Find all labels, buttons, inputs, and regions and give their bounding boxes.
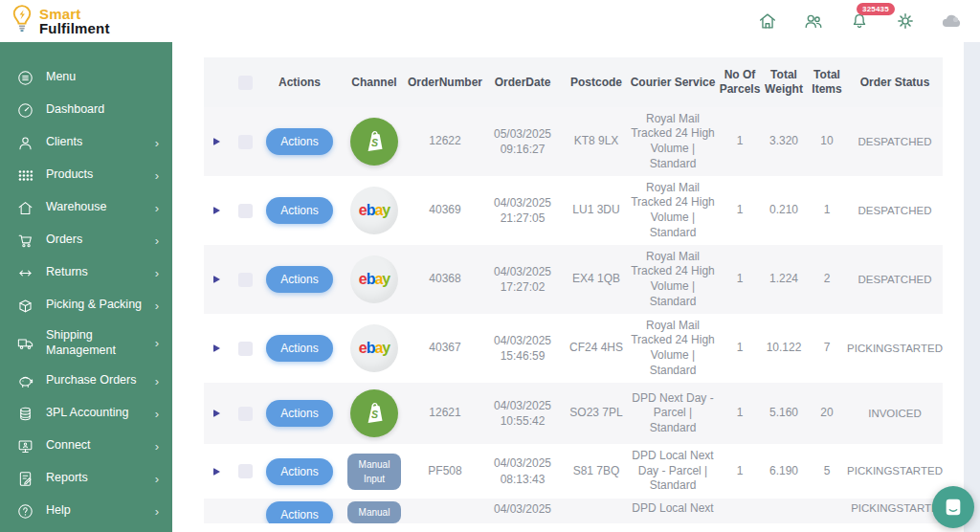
sidebar-item-warehouse[interactable]: Warehouse xyxy=(0,191,172,224)
help-question-icon xyxy=(15,501,34,521)
expand-row-icon[interactable] xyxy=(213,468,220,476)
column-header-order-status: Order Status xyxy=(847,76,943,90)
sidebar-item-label: Menu xyxy=(46,70,159,85)
page-scrollbar[interactable] xyxy=(964,42,980,532)
courier-service: Royal Mail Tracked 24 High Volume | Stan… xyxy=(629,319,717,378)
sidebar-item-mail-order[interactable]: Mail Order xyxy=(0,527,172,532)
sidebar-item-orders[interactable]: Orders xyxy=(0,224,172,256)
purchase-piggy-icon xyxy=(15,371,34,390)
total-weight: 1.224 xyxy=(769,272,798,287)
notification-count-badge: 325435 xyxy=(857,3,895,15)
total-items: 5 xyxy=(824,464,831,479)
sidebar-item-label: Connect xyxy=(46,438,144,454)
picking-box-icon xyxy=(15,296,34,315)
expand-row-icon[interactable] xyxy=(213,207,220,214)
chevron-right-icon xyxy=(155,337,159,349)
clients-person-icon xyxy=(15,133,34,152)
actions-button[interactable]: Actions xyxy=(266,197,332,224)
sidebar-item-returns[interactable]: Returns xyxy=(0,256,172,289)
no-of-parcels: 1 xyxy=(737,464,744,479)
actions-button[interactable]: Actions xyxy=(266,501,332,523)
sidebar-item-label: Orders xyxy=(46,233,144,248)
accounting-coins-icon xyxy=(15,404,34,423)
sidebar-item-clients[interactable]: Clients xyxy=(0,126,172,159)
lightbulb-logo-icon xyxy=(10,4,34,37)
postcode: LU1 3DU xyxy=(572,203,619,218)
postcode: KT8 9LX xyxy=(574,134,619,149)
courier-service: Royal Mail Tracked 24 High Volume | Stan… xyxy=(629,181,717,240)
sidebar-item-purchase-orders[interactable]: Purchase Orders xyxy=(0,365,172,397)
notifications-bell-icon[interactable]: 325435 xyxy=(848,10,871,33)
returns-arrows-icon xyxy=(15,263,34,282)
sidebar-item-label: 3PL Accounting xyxy=(46,406,144,421)
chat-widget-button[interactable] xyxy=(932,486,974,528)
column-header-total-weight: Total Weight xyxy=(761,68,807,97)
home-icon[interactable] xyxy=(756,10,779,33)
order-date: 04/03/2025 xyxy=(494,501,551,517)
order-date: 04/03/2025 xyxy=(494,398,551,413)
sidebar-item-connect[interactable]: Connect xyxy=(0,430,172,462)
shopify-letter: S xyxy=(370,408,377,419)
users-icon[interactable] xyxy=(802,10,825,33)
row-checkbox[interactable] xyxy=(238,204,253,218)
actions-button[interactable]: Actions xyxy=(266,128,332,155)
column-header-orderdate: OrderDate xyxy=(479,76,566,90)
total-weight: 0.210 xyxy=(769,203,798,218)
row-checkbox[interactable] xyxy=(238,407,253,421)
chevron-right-icon xyxy=(155,505,159,518)
weather-cloud-icon[interactable] xyxy=(940,10,963,33)
order-date: 04/03/2025 xyxy=(494,264,551,279)
sidebar-item-products[interactable]: Products xyxy=(0,159,172,191)
order-date: 04/03/2025 xyxy=(494,195,551,211)
row-checkbox[interactable] xyxy=(238,342,253,356)
expand-row-icon[interactable] xyxy=(213,410,220,417)
app-logo[interactable]: Smart Fulfilment xyxy=(10,4,110,37)
sidebar-item-label: Purchase Orders xyxy=(46,373,144,388)
table-row: Actions S 12622 05/03/202509:16:27 KT8 9… xyxy=(204,107,943,176)
sidebar-item-shipping-management[interactable]: Shipping Management xyxy=(0,321,172,365)
actions-button[interactable]: Actions xyxy=(266,400,332,427)
row-checkbox[interactable] xyxy=(238,464,253,478)
main-content: Actions Channel OrderNumber OrderDate Po… xyxy=(172,42,980,532)
sidebar-item-label: Returns xyxy=(46,265,144,280)
chevron-right-icon xyxy=(155,375,159,388)
menu-circle-icon xyxy=(15,68,34,87)
header-icon-group: 325435 xyxy=(756,0,963,42)
order-time: 10:55:42 xyxy=(494,413,551,429)
chevron-right-icon xyxy=(155,408,159,420)
sidebar-item-picking-packing[interactable]: Picking & Packing xyxy=(0,289,172,321)
sidebar-item-menu[interactable]: Menu xyxy=(0,61,172,94)
chat-bubble-icon xyxy=(943,497,964,518)
postcode: S81 7BQ xyxy=(573,464,620,479)
settings-gear-icon[interactable] xyxy=(894,10,917,33)
ebay-letter: b xyxy=(367,339,375,359)
table-row: Actions ebay 40369 04/03/202521:27:05 LU… xyxy=(204,176,943,245)
sidebar-item-label: Shipping Management xyxy=(46,328,144,358)
expand-row-icon[interactable] xyxy=(213,276,220,283)
order-time: 15:46:59 xyxy=(494,348,551,364)
sidebar-item-help[interactable]: Help xyxy=(0,495,172,527)
column-header-no-of-parcels: No Of Parcels xyxy=(719,68,761,97)
order-time: 08:13:43 xyxy=(494,472,551,487)
chevron-right-icon xyxy=(155,234,159,247)
expand-row-icon[interactable] xyxy=(213,138,220,145)
chevron-right-icon xyxy=(155,440,159,453)
sidebar-item-label: Dashboard xyxy=(46,102,159,118)
actions-button[interactable]: Actions xyxy=(266,266,332,293)
total-weight: 6.190 xyxy=(769,464,798,479)
row-checkbox[interactable] xyxy=(238,273,253,287)
table-row: Actions ebay 40367 04/03/202515:46:59 CF… xyxy=(204,314,943,383)
sidebar-item-3pl-accounting[interactable]: 3PL Accounting xyxy=(0,397,172,430)
select-all-checkbox[interactable] xyxy=(238,76,253,90)
ebay-letter: e xyxy=(359,270,367,290)
expand-row-icon[interactable] xyxy=(213,344,220,352)
orders-cart-icon xyxy=(15,231,34,250)
sidebar-item-reports[interactable]: Reports xyxy=(0,462,172,495)
row-checkbox[interactable] xyxy=(238,135,253,149)
courier-service: DPD Local Next Day - Parcel | Standard xyxy=(629,449,717,494)
logo-text-smart: Smart xyxy=(39,7,110,21)
column-header-ordernumber: OrderNumber xyxy=(411,76,479,90)
actions-button[interactable]: Actions xyxy=(266,458,332,485)
sidebar-item-dashboard[interactable]: Dashboard xyxy=(0,94,172,126)
actions-button[interactable]: Actions xyxy=(266,335,332,362)
